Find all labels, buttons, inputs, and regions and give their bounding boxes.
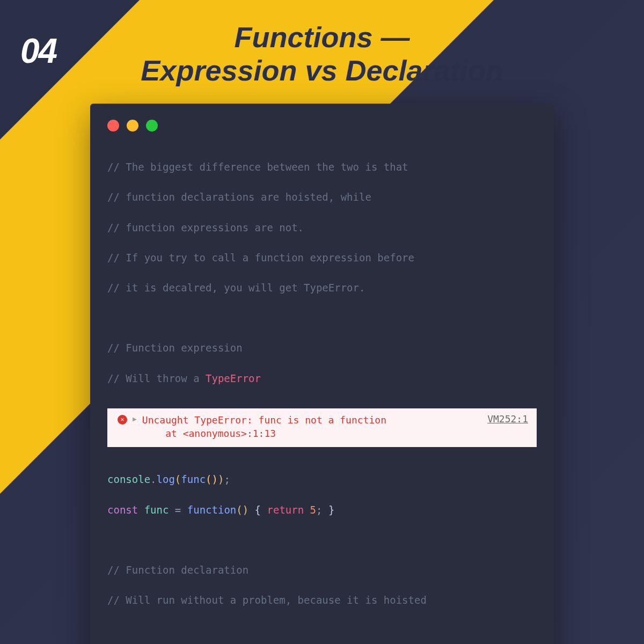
minimize-icon[interactable] bbox=[127, 120, 138, 131]
code-line: console.log(func()); bbox=[107, 472, 537, 487]
code-content: // The biggest difference between the tw… bbox=[107, 144, 537, 401]
blank-line bbox=[107, 532, 537, 547]
page-title: Functions — Expression vs Declaration bbox=[94, 20, 550, 87]
comment-line: // Will run without a problem, because i… bbox=[107, 592, 537, 608]
comment-line: // function declarations are hoisted, wh… bbox=[107, 189, 537, 204]
comment-line: // The biggest difference between the tw… bbox=[107, 159, 537, 174]
blank-line bbox=[107, 623, 537, 638]
maximize-icon[interactable] bbox=[146, 120, 158, 131]
comment-line: // function expressions are not. bbox=[107, 220, 537, 235]
comment-line: // it is decalred, you will get TypeErro… bbox=[107, 280, 537, 295]
error-location[interactable]: VM252:1 bbox=[487, 413, 528, 425]
title-line-1: Functions — bbox=[235, 21, 410, 53]
code-window: // The biggest difference between the tw… bbox=[90, 104, 554, 644]
traffic-lights bbox=[107, 120, 537, 131]
error-icon bbox=[118, 415, 127, 425]
title-line-2: Expression vs Declaration bbox=[141, 54, 503, 86]
chevron-right-icon: ▶ bbox=[133, 415, 137, 423]
code-line: const func = function() { return 5; } bbox=[107, 502, 537, 517]
error-panel: ▶ Uncaught TypeError: func is not a func… bbox=[107, 408, 537, 447]
close-icon[interactable] bbox=[107, 120, 119, 131]
error-message: Uncaught TypeError: func is not a functi… bbox=[142, 413, 482, 440]
comment-line: // If you try to call a function express… bbox=[107, 250, 537, 265]
comment-line: // Function declaration bbox=[107, 562, 537, 577]
page-number: 04 bbox=[20, 31, 56, 71]
code-content: console.log(func()); const func = functi… bbox=[107, 457, 537, 644]
blank-line bbox=[107, 310, 537, 325]
comment-line: // Will throw a TypeError bbox=[107, 371, 537, 386]
comment-line: // Function expression bbox=[107, 340, 537, 355]
